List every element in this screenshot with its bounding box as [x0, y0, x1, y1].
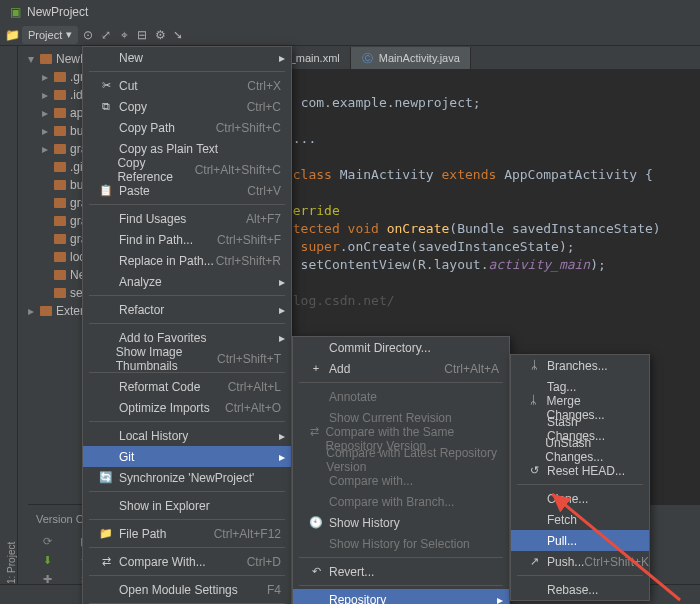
tree-arrow: ▸ [42, 106, 50, 120]
menu-item-icon: ✂ [99, 79, 113, 93]
menu-item-label: Compare with... [329, 474, 413, 488]
project-dropdown[interactable]: Project ▾ [22, 26, 78, 44]
menu-item[interactable]: Reformat CodeCtrl+Alt+L [83, 376, 291, 397]
menu-item[interactable]: Find UsagesAlt+F7 [83, 208, 291, 229]
menu-shortcut: Ctrl+Alt+F12 [214, 527, 281, 541]
folder-icon [54, 234, 66, 244]
menu-item[interactable]: 🕙Show History [293, 512, 509, 533]
menu-item[interactable]: Find in Path...Ctrl+Shift+F [83, 229, 291, 250]
menu-shortcut: Ctrl+X [247, 79, 281, 93]
menu-item[interactable]: UnStash Changes... [511, 439, 649, 460]
menu-shortcut: Ctrl+Shift+F [217, 233, 281, 247]
menu-item[interactable]: Clone... [511, 488, 649, 509]
collapse-all-icon[interactable]: ⊟ [134, 27, 150, 43]
code-editor[interactable]: package com.example.newproject; import .… [228, 70, 700, 328]
menu-item[interactable]: Copy ReferenceCtrl+Alt+Shift+C [83, 159, 291, 180]
menu-item[interactable]: Refactor▸ [83, 299, 291, 320]
menu-item-label: File Path [119, 527, 166, 541]
menu-item[interactable]: Open Module SettingsF4 [83, 579, 291, 600]
menu-shortcut: Ctrl+C [247, 100, 281, 114]
menu-item[interactable]: ✂CutCtrl+X [83, 75, 291, 96]
vcs-icon[interactable]: ⬇ [40, 554, 54, 567]
folder-icon [54, 216, 66, 226]
menu-item-icon: ↗ [527, 555, 541, 569]
menu-item[interactable]: ↺Reset HEAD... [511, 460, 649, 481]
menu-item[interactable]: +AddCtrl+Alt+A [293, 358, 509, 379]
menu-item[interactable]: Git▸ [83, 446, 291, 467]
menu-item-label: Optimize Imports [119, 401, 210, 415]
menu-item[interactable]: Analyze▸ [83, 271, 291, 292]
folder-icon [40, 306, 52, 316]
menu-item[interactable]: ↶Revert... [293, 561, 509, 582]
menu-item[interactable]: Repository▸ [293, 589, 509, 604]
menu-item-icon: + [309, 362, 323, 376]
menu-item-label: Copy Path [119, 121, 175, 135]
tree-arrow: ▾ [28, 52, 36, 66]
tab-main-activity[interactable]: Ⓒ MainActivity.java [351, 47, 471, 69]
menu-item-label: Refactor [119, 303, 164, 317]
title-bar: ▣ NewProject [0, 0, 700, 24]
menu-item-label: Show in Explorer [119, 499, 210, 513]
menu-shortcut: Ctrl+V [247, 184, 281, 198]
menu-item[interactable]: ᛦBranches... [511, 355, 649, 376]
java-icon: Ⓒ [361, 51, 375, 66]
menu-item-label: Reset HEAD... [547, 464, 625, 478]
menu-item-icon: 🔄 [99, 471, 113, 485]
menu-item: Annotate [293, 386, 509, 407]
refresh-icon[interactable]: ⟳ [40, 535, 54, 548]
hide-icon[interactable]: ➘ [170, 27, 186, 43]
menu-item[interactable]: 📁File PathCtrl+Alt+F12 [83, 523, 291, 544]
menu-shortcut: F4 [267, 583, 281, 597]
menu-item-icon: 🕙 [309, 516, 323, 530]
folder-icon [54, 252, 66, 262]
submenu-arrow-icon: ▸ [279, 303, 285, 317]
menu-shortcut: Ctrl+Alt+O [225, 401, 281, 415]
menu-item-label: Show Current Revision [329, 411, 452, 425]
menu-item[interactable]: Optimize ImportsCtrl+Alt+O [83, 397, 291, 418]
menu-item[interactable]: Fetch [511, 509, 649, 530]
menu-item[interactable]: Rebase... [511, 579, 649, 600]
tree-arrow: ▸ [42, 124, 50, 138]
menu-item-label: Branches... [547, 359, 608, 373]
collapse-icon[interactable]: ⊙ [80, 27, 96, 43]
menu-item[interactable]: 📋PasteCtrl+V [83, 180, 291, 201]
context-menu-git: Commit Directory...+AddCtrl+Alt+AAnnotat… [292, 336, 510, 604]
menu-item-label: Show Image Thumbnails [116, 345, 217, 373]
menu-item[interactable]: ⧉CopyCtrl+C [83, 96, 291, 117]
submenu-arrow-icon: ▸ [279, 429, 285, 443]
menu-shortcut: Ctrl+Shift+K [584, 555, 649, 569]
menu-shortcut: Ctrl+Alt+L [228, 380, 281, 394]
folder-icon [54, 288, 66, 298]
menu-item[interactable]: Commit Directory... [293, 337, 509, 358]
folder-icon[interactable]: 📁 [4, 27, 20, 43]
menu-item[interactable]: New▸ [83, 47, 291, 68]
menu-item-label: Cut [119, 79, 138, 93]
expand-icon[interactable]: ⤢ [98, 27, 114, 43]
menu-item-label: Open Module Settings [119, 583, 238, 597]
menu-item[interactable]: Replace in Path...Ctrl+Shift+R [83, 250, 291, 271]
settings-icon[interactable]: ⚙ [152, 27, 168, 43]
menu-item[interactable]: Local History▸ [83, 425, 291, 446]
submenu-arrow-icon: ▸ [279, 450, 285, 464]
folder-icon [54, 270, 66, 280]
menu-item-label: Show History for Selection [329, 537, 470, 551]
menu-item[interactable]: Copy PathCtrl+Shift+C [83, 117, 291, 138]
menu-shortcut: Ctrl+Shift+T [217, 352, 281, 366]
menu-item[interactable]: 🔄Synchronize 'NewProject' [83, 467, 291, 488]
sidebar-project[interactable]: 1: Project [6, 52, 17, 584]
menu-item-label: Push... [547, 555, 584, 569]
tree-arrow: ▸ [42, 70, 50, 84]
menu-item[interactable]: ↗Push...Ctrl+Shift+K [511, 551, 649, 572]
menu-item[interactable]: Pull... [511, 530, 649, 551]
menu-item[interactable]: ⇄Compare With...Ctrl+D [83, 551, 291, 572]
project-dropdown-label: Project [28, 29, 62, 41]
tree-arrow: ▸ [42, 88, 50, 102]
menu-item[interactable]: Show in Explorer [83, 495, 291, 516]
folder-icon [54, 108, 66, 118]
locate-icon[interactable]: ⌖ [116, 27, 132, 43]
menu-item-label: Local History [119, 429, 188, 443]
menu-item-label: Paste [119, 184, 150, 198]
menu-item-label: Copy as Plain Text [119, 142, 218, 156]
menu-item[interactable]: Show Image ThumbnailsCtrl+Shift+T [83, 348, 291, 369]
menu-item-label: Rebase... [547, 583, 598, 597]
